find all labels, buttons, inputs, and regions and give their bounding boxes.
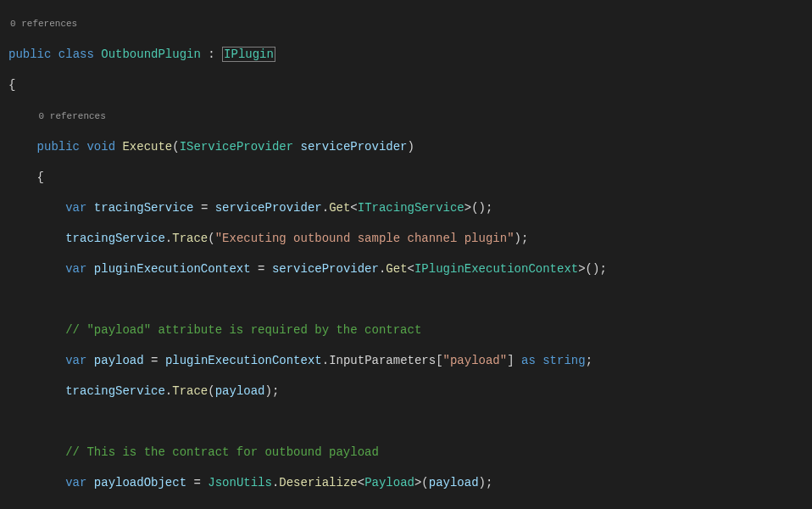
code-line: var pluginExecutionContext = serviceProv…	[8, 261, 812, 277]
code-line: var payloadObject = JsonUtils.Deserializ…	[8, 475, 812, 490]
codelens-class[interactable]: 0 references	[8, 19, 77, 29]
codelens-method[interactable]: 0 references	[37, 111, 106, 121]
code-line: // This is the contract for outbound pay…	[8, 445, 812, 460]
code-line	[8, 414, 812, 429]
selected-type: IPlugin	[222, 47, 275, 62]
code-line: tracingService.Trace("Executing outbound…	[8, 231, 812, 246]
code-editor[interactable]: 0 references public class OutboundPlugin…	[0, 0, 812, 509]
code-line: var payload = pluginExecutionContext.Inp…	[8, 353, 812, 368]
code-line: {	[8, 170, 812, 185]
code-line: // "payload" attribute is required by th…	[8, 322, 812, 338]
code-line	[8, 506, 812, 509]
code-line: var tracingService = serviceProvider.Get…	[8, 200, 812, 215]
code-line: {	[8, 77, 812, 92]
code-line	[8, 292, 812, 307]
code-line: public class OutboundPlugin : IPlugin	[8, 47, 812, 62]
code-line: public void Execute(IServiceProvider ser…	[8, 139, 812, 154]
code-line: tracingService.Trace(payload);	[8, 383, 812, 399]
